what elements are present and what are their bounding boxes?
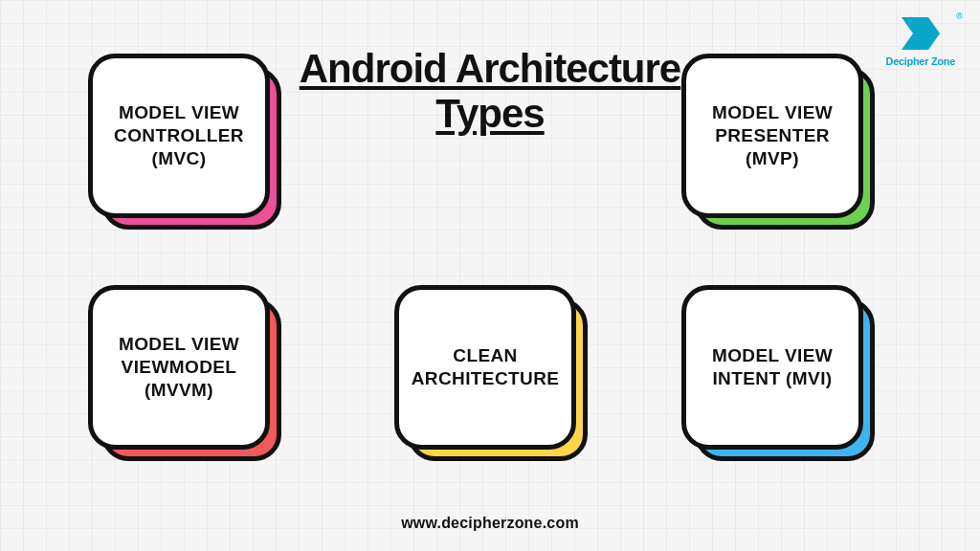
card-label: MODEL VIEW PRESENTER (MVP) [712, 101, 833, 169]
decipherzone-icon [900, 15, 942, 52]
card-face: MODEL VIEW INTENT (MVI) [681, 285, 863, 450]
card-face: MODEL VIEW PRESENTER (MVP) [681, 54, 863, 218]
brand-logo: ® Decipher Zone [885, 15, 955, 67]
footer-url: www.decipherzone.com [401, 515, 579, 532]
card-label: CLEAN ARCHITECTURE [412, 344, 560, 390]
card-face: CLEAN ARCHITECTURE [394, 285, 576, 450]
card-face: MODEL VIEW VIEWMODEL (MVVM) [88, 285, 270, 450]
trademark-symbol: ® [956, 11, 963, 21]
diagram-title: Android Architecture Types [245, 46, 735, 136]
card-label: MODEL VIEW VIEWMODEL (MVVM) [119, 333, 239, 401]
card-clean-architecture: CLEAN ARCHITECTURE [394, 285, 586, 457]
card-face: MODEL VIEW CONTROLLER (MVC) [88, 54, 270, 218]
card-mvvm: MODEL VIEW VIEWMODEL (MVVM) [88, 285, 279, 457]
card-mvi: MODEL VIEW INTENT (MVI) [681, 285, 873, 457]
card-label: MODEL VIEW CONTROLLER (MVC) [114, 101, 244, 169]
card-label: MODEL VIEW INTENT (MVI) [712, 344, 833, 390]
card-mvc: MODEL VIEW CONTROLLER (MVC) [88, 54, 279, 226]
card-mvp: MODEL VIEW PRESENTER (MVP) [681, 54, 873, 226]
brand-name: Decipher Zone [885, 55, 955, 67]
